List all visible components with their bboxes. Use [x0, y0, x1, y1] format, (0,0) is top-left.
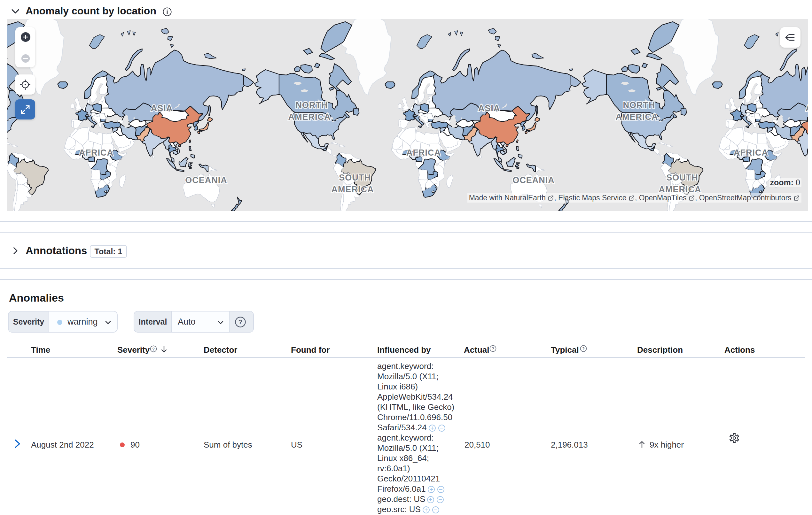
- svg-text:?: ?: [238, 318, 243, 326]
- svg-text:?: ?: [152, 346, 155, 352]
- svg-text:?: ?: [582, 346, 585, 351]
- svg-text:?: ?: [492, 346, 494, 351]
